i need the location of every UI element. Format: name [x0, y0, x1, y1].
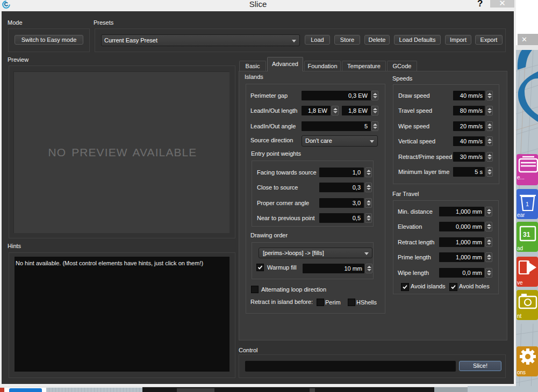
svg-text:e...: e...: [517, 175, 525, 180]
svg-text:ear: ear: [517, 212, 525, 218]
svg-text:ad: ad: [517, 245, 523, 251]
svg-text:nt: nt: [517, 313, 522, 319]
svg-text:ve: ve: [517, 280, 523, 286]
svg-text:31: 31: [523, 231, 530, 238]
svg-text:1: 1: [526, 201, 529, 207]
svg-text:ons: ons: [517, 369, 526, 375]
